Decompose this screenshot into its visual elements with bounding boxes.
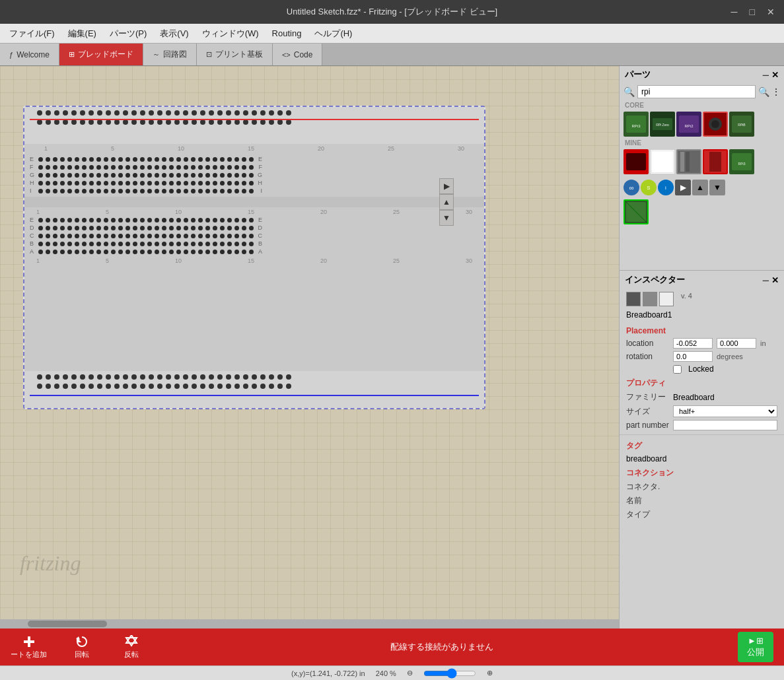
tab-code-label: Code	[294, 50, 313, 59]
col-num-bb-20: 20	[320, 257, 327, 264]
part-mine-3[interactable]	[676, 149, 701, 174]
side-icon-up[interactable]: ▲	[439, 194, 454, 210]
menu-edit[interactable]: 編集(E)	[61, 25, 103, 42]
swatch-grey[interactable]	[643, 292, 657, 306]
part-mine-1[interactable]	[624, 149, 649, 174]
part-rpi2[interactable]: RPi2	[676, 112, 701, 137]
search-submit-icon[interactable]: 🔍	[758, 86, 769, 97]
part-mine-2[interactable]	[650, 149, 675, 174]
publish-button[interactable]: ►⊞ 公開	[738, 632, 773, 662]
svg-point-11	[711, 120, 719, 128]
search-options-icon[interactable]: ⋮	[772, 87, 780, 96]
tab-schematic[interactable]: ～ 回路図	[143, 44, 197, 65]
flip-button[interactable]: 反転	[116, 635, 146, 660]
swatch-light[interactable]	[659, 292, 674, 306]
inspector-panel: インスペクター ─ ✕ v. 4 Breadboard1 Placement l…	[620, 271, 784, 629]
tab-code[interactable]: <> Code	[273, 44, 323, 65]
add-part-button[interactable]: ートを追加	[11, 635, 47, 660]
side-icon-arrow[interactable]: ▶	[439, 178, 454, 194]
inspector-close-btn[interactable]: ✕	[771, 275, 779, 285]
intel-icon[interactable]: i	[658, 180, 674, 195]
parts-search-bar: 🔍 🔍 ⋮	[620, 83, 784, 100]
row-label-b: B	[30, 240, 36, 247]
horizontal-scrollbar[interactable]	[0, 619, 619, 629]
flip-icon	[125, 635, 138, 648]
seeed-icon[interactable]: S	[641, 180, 657, 195]
size-select[interactable]: half+ half full	[673, 405, 777, 417]
connector-label: コネクタ.	[626, 481, 669, 493]
status-message: 配線する接続がありません	[166, 641, 718, 653]
menu-view[interactable]: 表示(V)	[153, 25, 195, 42]
tab-welcome[interactable]: ƒ Welcome	[0, 44, 59, 65]
title-bar: Untitled Sketch.fzz* - Fritzing - [ブレッドボ…	[0, 0, 784, 24]
version-label: v. 4	[681, 292, 692, 306]
col-num-b-1: 1	[36, 209, 40, 215]
location-x-input[interactable]	[673, 338, 713, 349]
svg-rect-22	[709, 152, 721, 172]
arduino-icon[interactable]: ∞	[624, 180, 639, 195]
menu-window[interactable]: ウィンドウ(W)	[196, 25, 266, 42]
zoom-slider[interactable]	[423, 668, 476, 679]
part-rpi-b[interactable]: RPiB	[729, 112, 754, 137]
part-rpizero[interactable]: RPi Zero	[650, 112, 675, 137]
minimize-button[interactable]: ─	[727, 5, 742, 18]
side-icon-down[interactable]: ▼	[439, 210, 454, 226]
scrollbar-thumb[interactable]	[28, 621, 107, 627]
location-y-input[interactable]	[717, 338, 756, 349]
scroll-down-icon[interactable]: ▼	[709, 180, 725, 195]
swatch-dark[interactable]	[626, 292, 641, 306]
zoom-in-icon[interactable]: ⊕	[487, 669, 493, 677]
part-mine-5[interactable]: RPi3	[729, 149, 754, 174]
breadboard[interactable]: 1 5 10 15 20 25 30 E document.currentScr…	[23, 106, 485, 409]
zoom-out-icon[interactable]: ⊖	[407, 669, 413, 677]
close-button[interactable]: ✕	[763, 5, 779, 18]
parts-close-btn[interactable]: ✕	[771, 70, 779, 80]
col-num-bb-10: 10	[175, 257, 182, 264]
rotation-input[interactable]	[673, 351, 713, 362]
part-number-row: part number	[620, 419, 784, 432]
location-row: location in	[620, 337, 784, 350]
row-label-h-right: H	[256, 180, 262, 186]
col-num-15: 15	[248, 145, 254, 152]
selected-part-thumb[interactable]	[624, 199, 649, 224]
row-label-h: H	[30, 180, 36, 186]
menu-file[interactable]: ファイル(F)	[3, 25, 61, 42]
tab-pcb[interactable]: ⊡ プリント基板	[197, 44, 273, 65]
top-half-rows: E document.currentScript.parentElement.i…	[24, 153, 484, 197]
inspector-title: インスペクター	[625, 274, 685, 286]
row-label-e-b-right: E	[256, 217, 262, 223]
menu-help[interactable]: ヘルプ(H)	[308, 25, 359, 42]
menu-routing[interactable]: Routing	[266, 26, 308, 41]
rotate-button[interactable]: 回転	[67, 635, 96, 660]
menu-parts[interactable]: パーツ(P)	[103, 25, 153, 42]
name-row: 名前	[620, 494, 784, 508]
row-label-i-right: I	[256, 187, 262, 194]
publish-label: 公開	[747, 646, 764, 658]
restore-button[interactable]: □	[746, 5, 759, 18]
mine-section-label: MINE	[620, 138, 784, 148]
locked-label: Locked	[688, 364, 714, 374]
locked-checkbox[interactable]	[673, 365, 682, 374]
blue-power-line	[30, 395, 479, 396]
row-label-a: A	[30, 248, 36, 255]
parts-minimize-btn[interactable]: ─	[763, 70, 769, 80]
part-mine-4[interactable]	[703, 149, 728, 174]
parts-search-input[interactable]	[637, 85, 756, 98]
publish-icon: ►⊞	[748, 636, 764, 646]
canvas-area[interactable]: fritzing 1 5 10 15 20	[0, 66, 619, 629]
location-label: location	[626, 339, 669, 348]
col-num-bb-25: 25	[393, 257, 400, 264]
col-num-5: 5	[111, 145, 114, 152]
row-label-c-right: C	[256, 232, 262, 239]
tab-breadboard[interactable]: ⊞ ブレッドボード	[59, 44, 143, 65]
part-rpi3[interactable]: RPi3	[624, 112, 649, 137]
part-number-input[interactable]	[673, 420, 777, 430]
part-rpi-cam[interactable]	[703, 112, 728, 137]
breadboard-main-grid: 1 5 10 15 20 25 30 E document.currentScr…	[24, 144, 484, 371]
expand-icon[interactable]: ▶	[675, 180, 691, 195]
window-controls[interactable]: ─ □ ✕	[727, 5, 779, 18]
row-label-d-right: D	[256, 224, 262, 231]
type-row: タイプ	[620, 508, 784, 522]
inspector-minimize-btn[interactable]: ─	[763, 275, 769, 285]
scroll-up-icon[interactable]: ▲	[692, 180, 708, 195]
